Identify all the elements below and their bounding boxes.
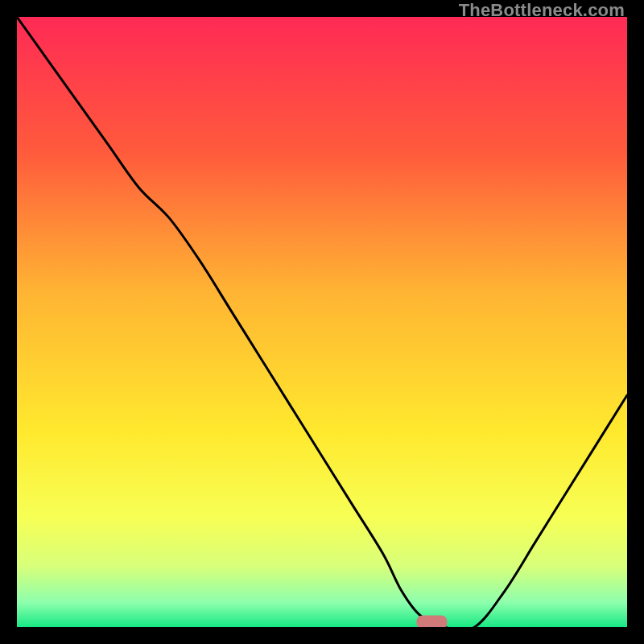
- heat-background: [17, 17, 627, 627]
- bottleneck-chart: [17, 17, 627, 627]
- current-config-marker: [416, 616, 447, 627]
- chart-frame: [17, 17, 627, 627]
- watermark-text: TheBottleneck.com: [459, 0, 625, 21]
